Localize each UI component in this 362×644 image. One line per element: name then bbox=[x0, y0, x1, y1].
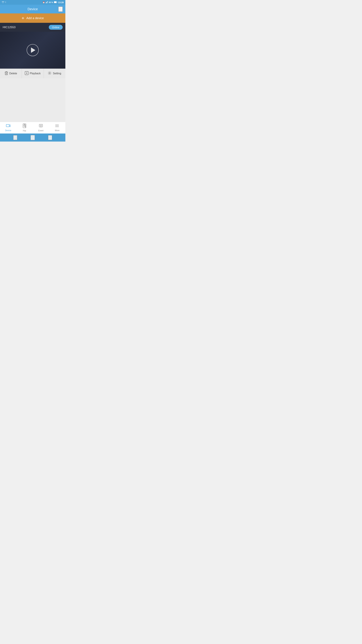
setting-label: Setting bbox=[53, 72, 61, 75]
svg-point-14 bbox=[49, 72, 50, 74]
delete-label: Delete bbox=[9, 72, 17, 75]
add-device-label: Add a device bbox=[26, 16, 44, 20]
svg-rect-9 bbox=[5, 72, 7, 75]
nav-device[interactable]: Device bbox=[0, 122, 16, 134]
event-nav-icon bbox=[39, 124, 43, 129]
svg-rect-27 bbox=[49, 136, 51, 138]
system-nav bbox=[0, 134, 65, 142]
file-nav-label: File bbox=[23, 130, 26, 132]
svg-rect-1 bbox=[46, 2, 46, 3]
device-card: HIC12553 Online bbox=[0, 23, 65, 68]
home-button[interactable] bbox=[30, 135, 35, 140]
status-right: ⏰ 83 % 13:28 bbox=[42, 1, 64, 4]
status-left: ? bbox=[2, 1, 6, 4]
svg-point-24 bbox=[55, 124, 56, 125]
wifi-question: ? bbox=[5, 1, 6, 3]
svg-point-25 bbox=[55, 126, 56, 126]
device-name: HIC12553 bbox=[3, 26, 15, 29]
status-bar: ? ⏰ 83 % 13:28 bbox=[0, 0, 65, 5]
device-card-header: HIC12553 Online bbox=[0, 23, 65, 32]
svg-rect-15 bbox=[6, 124, 9, 127]
video-preview[interactable] bbox=[0, 32, 65, 68]
online-badge: Online bbox=[49, 25, 63, 30]
svg-point-26 bbox=[55, 126, 56, 127]
content-area bbox=[0, 78, 65, 122]
nav-event[interactable]: Event bbox=[33, 122, 49, 134]
file-nav-icon bbox=[23, 124, 26, 129]
battery-icon bbox=[54, 1, 57, 4]
playback-button[interactable]: Playback bbox=[22, 69, 43, 78]
play-triangle-icon bbox=[31, 48, 35, 53]
action-buttons: Delete Playback Setting bbox=[0, 68, 65, 78]
alarm-icon: ⏰ bbox=[42, 1, 45, 4]
bottom-nav: Device File Event bbox=[0, 122, 65, 134]
play-button[interactable] bbox=[27, 44, 39, 56]
svg-rect-7 bbox=[57, 2, 57, 2]
signal-icon bbox=[46, 1, 48, 4]
svg-rect-2 bbox=[46, 2, 47, 3]
playback-icon bbox=[25, 71, 28, 76]
setting-button[interactable]: Setting bbox=[44, 69, 65, 78]
battery-text: 83 % bbox=[49, 1, 53, 3]
playback-label: Playback bbox=[30, 72, 41, 75]
svg-marker-16 bbox=[9, 125, 10, 127]
app-title: Device bbox=[27, 7, 38, 11]
device-nav-label: Device bbox=[5, 129, 11, 132]
svg-marker-13 bbox=[26, 72, 27, 74]
nav-more[interactable]: More bbox=[49, 122, 65, 134]
setting-icon bbox=[48, 71, 51, 76]
delete-icon bbox=[5, 71, 8, 76]
recent-button[interactable] bbox=[48, 135, 52, 140]
back-button[interactable] bbox=[13, 135, 17, 140]
more-nav-label: More bbox=[55, 129, 59, 132]
svg-point-0 bbox=[3, 3, 3, 3]
device-nav-icon bbox=[6, 124, 10, 129]
plus-icon: + bbox=[22, 16, 24, 20]
more-nav-icon bbox=[55, 124, 59, 129]
svg-rect-8 bbox=[54, 2, 56, 3]
app-header: Device bbox=[0, 5, 65, 14]
delete-button[interactable]: Delete bbox=[0, 69, 22, 78]
event-nav-label: Event bbox=[38, 130, 43, 132]
add-device-bar[interactable]: + Add a device bbox=[0, 14, 65, 23]
nav-file[interactable]: File bbox=[16, 122, 33, 134]
refresh-button[interactable] bbox=[58, 6, 63, 12]
time-display: 13:28 bbox=[58, 1, 64, 4]
wifi-icon bbox=[2, 1, 4, 4]
